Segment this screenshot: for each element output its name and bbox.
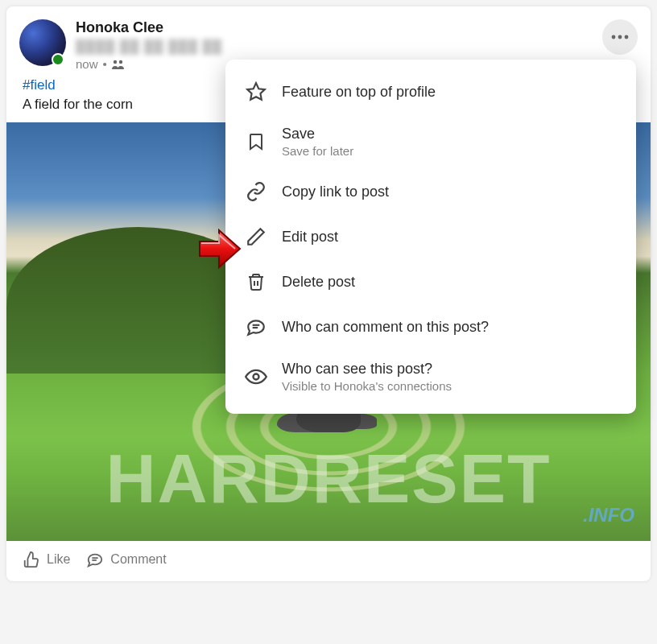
menu-save-sub: Save for later: [282, 144, 353, 158]
comment-bubble-icon: [86, 551, 104, 568]
menu-who-see-sub: Visible to Honoka's connections: [282, 379, 452, 393]
ellipsis-icon: [610, 35, 630, 39]
speech-bubble-icon: [245, 316, 267, 338]
author-name[interactable]: Honoka Clee: [76, 19, 638, 36]
like-button[interactable]: Like: [23, 551, 70, 568]
menu-item-edit[interactable]: Edit post: [225, 214, 636, 259]
presence-indicator: [52, 53, 64, 66]
menu-item-delete[interactable]: Delete post: [225, 259, 636, 304]
overflow-button[interactable]: [602, 19, 638, 55]
svg-point-0: [114, 60, 117, 63]
menu-item-who-comment[interactable]: Who can comment on this post?: [225, 304, 636, 349]
avatar-wrap[interactable]: [19, 19, 66, 66]
menu-save-label: Save: [282, 126, 353, 142]
menu-who-see-label: Who can see this post?: [282, 361, 452, 378]
menu-item-save[interactable]: Save Save for later: [225, 114, 636, 169]
menu-item-copy[interactable]: Copy link to post: [225, 169, 636, 214]
svg-point-12: [254, 374, 259, 380]
like-label: Like: [47, 552, 70, 567]
star-icon: [245, 80, 267, 103]
eye-icon: [245, 365, 267, 388]
menu-copy-label: Copy link to post: [282, 184, 389, 200]
svg-point-4: [625, 35, 629, 39]
thumbs-up-icon: [23, 551, 40, 568]
svg-marker-7: [247, 83, 265, 100]
comment-button[interactable]: Comment: [86, 551, 166, 568]
bookmark-icon: [245, 130, 267, 153]
trash-icon: [245, 270, 267, 293]
menu-edit-label: Edit post: [282, 229, 338, 246]
comment-label: Comment: [110, 552, 166, 567]
annotation-arrow: [196, 225, 243, 275]
menu-feature-label: Feature on top of profile: [282, 84, 436, 101]
post-options-menu: Feature on top of profile Save Save for …: [225, 60, 636, 414]
link-icon: [245, 180, 267, 203]
post-time: now: [76, 57, 98, 71]
svg-point-3: [618, 35, 622, 39]
hashtag-link[interactable]: #field: [23, 77, 56, 93]
visibility-icon: [112, 59, 126, 70]
watermark-text: HARDRESET: [23, 439, 634, 518]
svg-point-2: [612, 35, 616, 39]
pencil-icon: [245, 225, 267, 248]
menu-delete-label: Delete post: [282, 274, 355, 291]
action-bar: Like Comment: [6, 541, 651, 581]
svg-point-1: [119, 60, 122, 63]
post-card: Honoka Clee ████ ██ ██ ███ ██ now • #fie…: [6, 6, 651, 581]
menu-item-feature[interactable]: Feature on top of profile: [225, 69, 636, 114]
menu-who-comment-label: Who can comment on this post?: [282, 319, 489, 336]
separator: •: [103, 57, 107, 71]
menu-item-who-see[interactable]: Who can see this post? Visible to Honoka…: [225, 349, 636, 404]
author-headline-blurred: ████ ██ ██ ███ ██: [76, 39, 222, 54]
watermark-small: .INFO: [583, 504, 634, 526]
